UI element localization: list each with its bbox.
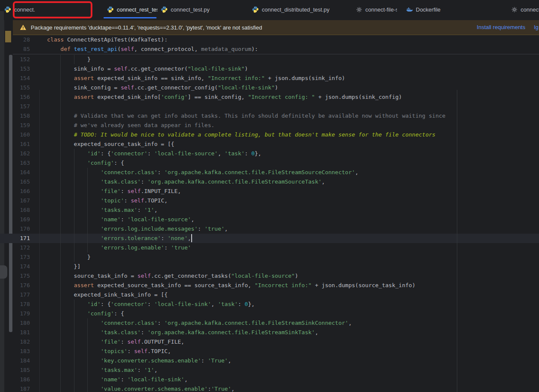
line-number[interactable]: 164: [0, 168, 30, 177]
code-line-170[interactable]: 170 'errors.log.include.messages': 'true…: [0, 224, 539, 234]
code-line-179[interactable]: 179 'config': {: [0, 309, 539, 318]
code-line-164[interactable]: 164 'connector.class': 'org.apache.kafka…: [0, 168, 539, 177]
code-line-177[interactable]: 177 expected_sink_task_info = [{: [0, 290, 539, 300]
code-text: 'name': 'local-file-sink',: [47, 375, 188, 384]
line-number[interactable]: 154: [0, 74, 30, 83]
code-line-185[interactable]: 185 'tasks.max': '1',: [0, 365, 539, 375]
line-number[interactable]: 180: [0, 318, 30, 328]
python-icon: [252, 6, 259, 13]
line-number[interactable]: 176: [0, 281, 30, 290]
code-line-161[interactable]: 161 expected_source_task_info = [{: [0, 140, 539, 149]
line-number[interactable]: 172: [0, 243, 30, 252]
line-number[interactable]: 156: [0, 92, 30, 102]
code-line-167[interactable]: 167 'topic': self.TOPIC,: [0, 196, 539, 205]
code-text: 'config': {: [47, 309, 124, 318]
line-number[interactable]: 169: [0, 215, 30, 224]
tab-connect-test-py[interactable]: connect_test.py: [157, 0, 239, 19]
line-number[interactable]: 153: [0, 64, 30, 74]
line-number[interactable]: 160: [0, 130, 30, 140]
code-line-187[interactable]: 187 'value.converter.schemas.enable':'Tr…: [0, 384, 539, 392]
tab-dockerfile[interactable]: Dockerfile: [402, 0, 497, 19]
line-number[interactable]: 185: [0, 365, 30, 375]
line-number[interactable]: 155: [0, 83, 30, 92]
code-line-171[interactable]: 171 'errors.tolerance': 'none',: [0, 234, 539, 243]
line-number[interactable]: 186: [0, 375, 30, 384]
code-line-158[interactable]: 158 # Validate that we can get info abou…: [0, 111, 539, 121]
code-line-159[interactable]: 159 # we've already seen data appear in …: [0, 121, 539, 130]
line-number[interactable]: 159: [0, 121, 30, 130]
code-line-184[interactable]: 184 'key.converter.schemas.enable': 'Tru…: [0, 356, 539, 365]
line-number[interactable]: 168: [0, 205, 30, 215]
line-number[interactable]: 183: [0, 347, 30, 356]
code-line-154[interactable]: 154 assert expected_sink_info == sink_in…: [0, 74, 539, 83]
line-number[interactable]: 177: [0, 290, 30, 300]
code-line-180[interactable]: 180 'connector.class': 'org.apache.kafka…: [0, 318, 539, 328]
code-line-152[interactable]: 152 }: [0, 55, 539, 64]
gutter-separator: [39, 90, 40, 392]
warning-icon: [20, 24, 27, 31]
line-number[interactable]: 162: [0, 149, 30, 158]
install-requirements-link[interactable]: Install requirements: [477, 24, 525, 30]
line-number[interactable]: 167: [0, 196, 30, 205]
code-line-162[interactable]: 162 'id': {'connector': 'local-file-sour…: [0, 149, 539, 158]
code-line-176[interactable]: 176 assert expected_source_task_info == …: [0, 281, 539, 290]
code-line-181[interactable]: 181 'task.class': 'org.apache.kafka.conn…: [0, 328, 539, 337]
tab-label: connect.: [14, 6, 35, 13]
line-number[interactable]: 173: [0, 252, 30, 262]
code-line-165[interactable]: 165 'task.class': 'org.apache.kafka.conn…: [0, 177, 539, 187]
code-line-166[interactable]: 166 'file': self.INPUT_FILE,: [0, 187, 539, 196]
tab-connect-distributed-properties[interactable]: connect-distributed.properties: [507, 0, 539, 19]
line-number[interactable]: 175: [0, 271, 30, 281]
code-editor[interactable]: 152 }153 sink_info = self.cc.get_connect…: [0, 35, 539, 392]
code-line-168[interactable]: 168 'tasks.max': '1',: [0, 205, 539, 215]
sticky-line-85[interactable]: 85 def test_rest_api(self, connect_proto…: [13, 45, 539, 54]
code-line-156[interactable]: 156 assert expected_sink_info['config'] …: [0, 92, 539, 102]
code-line-172[interactable]: 172 'errors.log.enable': 'true': [0, 243, 539, 252]
tab-connect-distributed-test-py[interactable]: connect_distributed_test.py: [248, 0, 344, 19]
code-line-182[interactable]: 182 'file': self.OUTPUT_FILE,: [0, 337, 539, 347]
tab-label: Dockerfile: [416, 6, 441, 13]
line-number[interactable]: 178: [0, 300, 30, 309]
line-number[interactable]: 179: [0, 309, 30, 318]
line-number[interactable]: 187: [0, 384, 30, 392]
line-number[interactable]: 152: [0, 55, 30, 64]
line-number[interactable]: 165: [0, 177, 30, 187]
ignore-link[interactable]: Ig: [534, 24, 539, 30]
tab-connect-rest-test-py[interactable]: connect_rest_test.py×: [103, 0, 157, 19]
code-text: class ConnectRestApiTest(KafkaTest):: [47, 35, 168, 45]
code-line-178[interactable]: 178 'id': {'connector': 'local-file-sink…: [0, 300, 539, 309]
code-line-160[interactable]: 160 # TODO: It would be nice to validate…: [0, 130, 539, 140]
code-text: 'tasks.max': '1',: [47, 205, 157, 215]
code-line-175[interactable]: 175 source_task_info = self.cc.get_conne…: [0, 271, 539, 281]
tab-connect-[interactable]: connect.: [0, 0, 39, 19]
line-number[interactable]: 161: [0, 140, 30, 149]
code-line-163[interactable]: 163 'config': {: [0, 158, 539, 168]
line-number[interactable]: 28: [13, 35, 30, 45]
code-line-183[interactable]: 183 'topics': self.TOPIC,: [0, 347, 539, 356]
code-text: 'connector.class': 'org.apache.kafka.con…: [47, 318, 352, 328]
line-number[interactable]: 184: [0, 356, 30, 365]
line-number[interactable]: 171: [0, 234, 30, 243]
sticky-line-28[interactable]: 28class ConnectRestApiTest(KafkaTest):: [13, 35, 539, 45]
code-line-174[interactable]: 174 }]: [0, 262, 539, 271]
tab-label: connect_test.py: [171, 6, 210, 13]
code-line-173[interactable]: 173 }: [0, 252, 539, 262]
code-line-186[interactable]: 186 'name': 'local-file-sink',: [0, 375, 539, 384]
code-text: 'file': self.INPUT_FILE,: [47, 187, 181, 196]
line-number[interactable]: 85: [13, 45, 30, 54]
code-line-169[interactable]: 169 'name': 'local-file-source',: [0, 215, 539, 224]
tab-connect-file-source-properties[interactable]: connect-file-source.properties: [352, 0, 397, 19]
line-number[interactable]: 157: [0, 102, 30, 111]
code-line-155[interactable]: 155 sink_config = self.cc.get_connector_…: [0, 83, 539, 92]
code-text: 'name': 'local-file-source',: [47, 215, 194, 224]
line-number[interactable]: 158: [0, 111, 30, 121]
line-number[interactable]: 181: [0, 328, 30, 337]
line-number[interactable]: 182: [0, 337, 30, 347]
line-number[interactable]: 166: [0, 187, 30, 196]
line-number[interactable]: 174: [0, 262, 30, 271]
code-line-153[interactable]: 153 sink_info = self.cc.get_connector("l…: [0, 64, 539, 74]
line-number[interactable]: 170: [0, 224, 30, 234]
code-line-157[interactable]: 157: [0, 102, 539, 111]
line-number[interactable]: 163: [0, 158, 30, 168]
code-text: 'config': {: [47, 158, 124, 168]
